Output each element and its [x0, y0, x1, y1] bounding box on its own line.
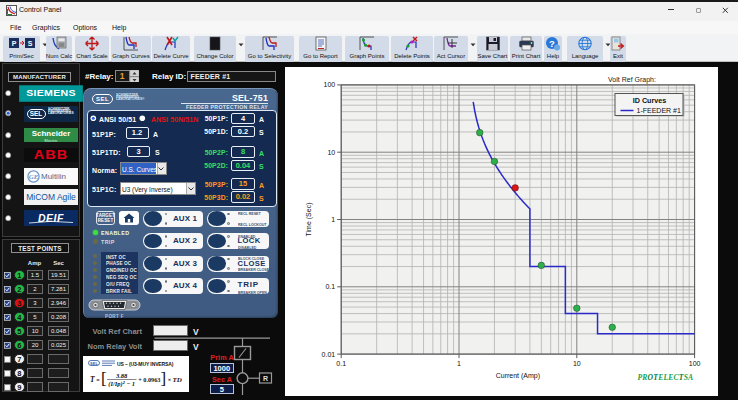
svg-text:PROTELECTSA: PROTELECTSA: [638, 372, 694, 381]
svg-text:100: 100: [324, 81, 336, 88]
svg-text:GE: GE: [29, 173, 39, 181]
svg-text:S: S: [27, 40, 32, 47]
svg-text:0.1: 0.1: [336, 360, 346, 367]
svg-text:1-FEEDER #1: 1-FEEDER #1: [637, 107, 681, 114]
svg-text:R: R: [263, 375, 268, 382]
svg-text:0.1: 0.1: [325, 283, 335, 290]
svg-text:Volt Ref Graph:: Volt Ref Graph:: [608, 76, 656, 84]
svg-text:Current (Amp): Current (Amp): [496, 372, 540, 380]
svg-text:P: P: [11, 40, 16, 47]
svg-text:0.01: 0.01: [322, 350, 336, 357]
svg-text:Time (Sec): Time (Sec): [305, 202, 313, 236]
svg-text:1: 1: [457, 360, 461, 367]
svg-text:ID Curves: ID Curves: [633, 96, 667, 105]
svg-text:10: 10: [327, 148, 335, 155]
svg-text:100: 100: [689, 360, 701, 367]
svg-text:10: 10: [573, 360, 581, 367]
svg-text:1: 1: [331, 216, 335, 223]
